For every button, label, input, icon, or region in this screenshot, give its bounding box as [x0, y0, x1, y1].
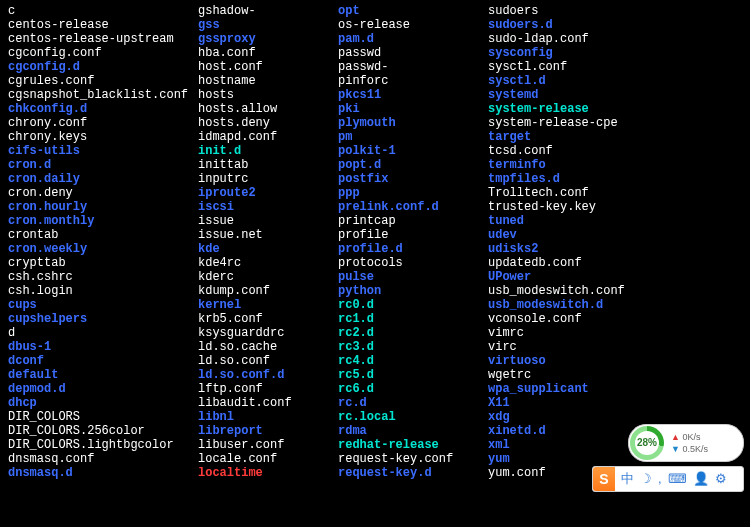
ls-entry: pulse [338, 270, 488, 284]
ls-entry: redhat-release [338, 438, 488, 452]
ls-entry: csh.login [8, 284, 198, 298]
ls-entry: usb_modeswitch.d [488, 298, 668, 312]
ls-entry: issue.net [198, 228, 338, 242]
ls-entry: tcsd.conf [488, 144, 668, 158]
ls-entry: profile.d [338, 242, 488, 256]
ls-entry: passwd [338, 46, 488, 60]
ls-entry: trusted-key.key [488, 200, 668, 214]
ls-entry: hba.conf [198, 46, 338, 60]
ime-mode-button[interactable]: 中 [621, 472, 634, 486]
ls-output: ccentos-releasecentos-release-upstreamcg… [8, 4, 742, 480]
ls-entry: sysctl.conf [488, 60, 668, 74]
ime-comma-icon[interactable]: , [658, 472, 662, 486]
ime-logo-icon[interactable]: S [593, 467, 615, 491]
ls-entry: rc0.d [338, 298, 488, 312]
ls-entry: rc.local [338, 410, 488, 424]
ls-entry: dnsmasq.d [8, 466, 198, 480]
ls-entry: request-key.conf [338, 452, 488, 466]
ls-entry: crontab [8, 228, 198, 242]
ls-entry: lftp.conf [198, 382, 338, 396]
ls-entry: ppp [338, 186, 488, 200]
ls-entry: systemd [488, 88, 668, 102]
ls-entry: libnl [198, 410, 338, 424]
ls-entry: dnsmasq.conf [8, 452, 198, 466]
ime-settings-icon[interactable]: ⚙ [715, 472, 727, 486]
ls-entry: updatedb.conf [488, 256, 668, 270]
ls-entry: udisks2 [488, 242, 668, 256]
ls-entry: rc2.d [338, 326, 488, 340]
ls-entry: c [8, 4, 198, 18]
ls-entry: python [338, 284, 488, 298]
ls-entry: virtuoso [488, 354, 668, 368]
usage-percent: 28% [637, 436, 657, 450]
ls-entry: hosts [198, 88, 338, 102]
ls-entry: cgconfig.d [8, 60, 198, 74]
ls-entry: gshadow- [198, 4, 338, 18]
ls-entry: plymouth [338, 116, 488, 130]
ls-entry: sudoers.d [488, 18, 668, 32]
ls-entry: X11 [488, 396, 668, 410]
ls-entry: printcap [338, 214, 488, 228]
ls-entry: passwd- [338, 60, 488, 74]
ls-entry: kderc [198, 270, 338, 284]
ls-entry: pkcs11 [338, 88, 488, 102]
ls-entry: default [8, 368, 198, 382]
ls-entry: dhcp [8, 396, 198, 410]
ls-entry: centos-release-upstream [8, 32, 198, 46]
ls-entry: cgrules.conf [8, 74, 198, 88]
ls-entry: xdg [488, 410, 668, 424]
ls-entry: cron.hourly [8, 200, 198, 214]
ls-entry: DIR_COLORS.lightbgcolor [8, 438, 198, 452]
ls-entry: cgconfig.conf [8, 46, 198, 60]
ls-entry: centos-release [8, 18, 198, 32]
download-speed: 0.5K/s [682, 444, 708, 454]
ime-toolbar[interactable]: S 中 ☽ , ⌨ 👤 ⚙ [592, 466, 744, 492]
ls-entry: localtime [198, 466, 338, 480]
ls-entry: kde4rc [198, 256, 338, 270]
net-speed-readout: ▲ 0K/s ▼ 0.5K/s [671, 431, 708, 455]
ls-entry: polkit-1 [338, 144, 488, 158]
ls-entry: sysconfig [488, 46, 668, 60]
ls-entry: ld.so.cache [198, 340, 338, 354]
ls-entry: prelink.conf.d [338, 200, 488, 214]
ls-entry: terminfo [488, 158, 668, 172]
ls-entry: protocols [338, 256, 488, 270]
ls-entry: tmpfiles.d [488, 172, 668, 186]
ls-entry: rc5.d [338, 368, 488, 382]
ls-entry: hostname [198, 74, 338, 88]
ls-entry: rc4.d [338, 354, 488, 368]
ls-entry: cron.deny [8, 186, 198, 200]
ls-entry: ld.so.conf.d [198, 368, 338, 382]
ls-entry: cron.daily [8, 172, 198, 186]
ls-entry: popt.d [338, 158, 488, 172]
ls-column-2: gshadow-gssgssproxyhba.confhost.confhost… [198, 4, 338, 480]
ls-entry: rc1.d [338, 312, 488, 326]
ls-entry: target [488, 130, 668, 144]
ls-entry: udev [488, 228, 668, 242]
ls-entry: pm [338, 130, 488, 144]
ls-entry: pki [338, 102, 488, 116]
ls-entry: cifs-utils [8, 144, 198, 158]
ls-entry: idmapd.conf [198, 130, 338, 144]
ls-entry: request-key.d [338, 466, 488, 480]
system-speed-widget[interactable]: 28% ▲ 0K/s ▼ 0.5K/s [628, 424, 744, 462]
ls-entry: inputrc [198, 172, 338, 186]
ls-entry: dbus-1 [8, 340, 198, 354]
ls-entry: chkconfig.d [8, 102, 198, 116]
ls-entry: inittab [198, 158, 338, 172]
ls-entry: opt [338, 4, 488, 18]
ls-entry: cgsnapshot_blacklist.conf [8, 88, 198, 102]
ls-entry: pam.d [338, 32, 488, 46]
ls-entry: init.d [198, 144, 338, 158]
ls-entry: cron.monthly [8, 214, 198, 228]
ime-moon-icon[interactable]: ☽ [640, 472, 652, 486]
ls-entry: usb_modeswitch.conf [488, 284, 668, 298]
ls-entry: libreport [198, 424, 338, 438]
ls-entry: cron.d [8, 158, 198, 172]
ime-keyboard-icon[interactable]: ⌨ [668, 472, 687, 486]
ls-entry: cron.weekly [8, 242, 198, 256]
ime-user-icon[interactable]: 👤 [693, 472, 709, 486]
ls-entry: hosts.deny [198, 116, 338, 130]
ls-entry: kdump.conf [198, 284, 338, 298]
ls-entry: profile [338, 228, 488, 242]
